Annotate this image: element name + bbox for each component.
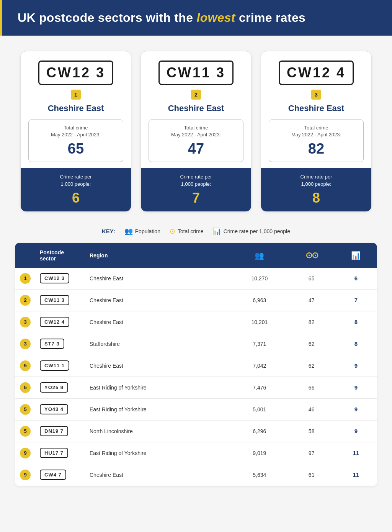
row-crime-rate-3: 8 xyxy=(335,333,377,355)
row-crime-rate-1: 7 xyxy=(335,289,377,311)
card-region-3: Cheshire East xyxy=(288,103,345,113)
total-crime-icon: ⊙ xyxy=(170,227,175,236)
row-crime-rate-9: 11 xyxy=(335,464,377,486)
row-crime-rate-5: 9 xyxy=(335,376,377,398)
row-population-5: 7,476 xyxy=(231,376,288,398)
rank-circle-8: 9 xyxy=(20,448,31,458)
table-row: 5 DN19 7 North Lincolnshire 6,296 58 9 xyxy=(15,420,377,442)
rank-circle-1: 2 xyxy=(20,295,31,306)
postcode-plate-2: CW11 3 xyxy=(158,61,234,85)
row-postcode-4: CW11 1 xyxy=(35,355,85,376)
table-row: 9 CW4 7 Cheshire East 5,634 61 11 xyxy=(15,464,377,486)
postcode-label-6: YO43 4 xyxy=(40,404,68,414)
rank-circle-5: 5 xyxy=(20,382,31,393)
total-crime-header-icon: ⊙⊙ xyxy=(305,250,318,260)
card-3: CW12 4 3 Cheshire East Total crimeMay 20… xyxy=(261,51,372,212)
crime-rate-icon: 📊 xyxy=(213,227,221,236)
rank-circle-2: 3 xyxy=(20,317,31,327)
total-crime-value-3: 82 xyxy=(277,141,356,157)
row-rank-3: 3 xyxy=(15,333,35,355)
postcode-label-8: HU17 7 xyxy=(40,448,68,458)
table-body: 1 CW12 3 Cheshire East 10,270 65 6 2 CW1… xyxy=(15,268,377,486)
row-region-5: East Riding of Yorkshire xyxy=(85,376,231,398)
total-crime-box-2: Total crimeMay 2022 - April 2023: 47 xyxy=(149,119,243,162)
row-rank-7: 5 xyxy=(15,420,35,442)
rank-circle-4: 5 xyxy=(20,360,31,371)
row-population-4: 7,042 xyxy=(231,355,288,376)
key-item-population: 👥 Population xyxy=(124,227,160,236)
crime-rate-box-3: Crime rate per1,000 people: 8 xyxy=(261,168,371,211)
total-crime-box-3: Total crimeMay 2022 - April 2023: 82 xyxy=(269,119,364,162)
crime-rate-value-3: 8 xyxy=(269,190,364,206)
row-rank-9: 9 xyxy=(15,464,35,486)
row-region-9: Cheshire East xyxy=(85,464,231,486)
row-rank-8: 9 xyxy=(15,442,35,464)
header: UK postcode sectors with the lowest crim… xyxy=(0,0,392,36)
row-postcode-2: CW12 4 xyxy=(35,311,85,333)
crime-rate-label-2: Crime rate per1,000 people: xyxy=(149,174,243,187)
row-population-6: 5,001 xyxy=(231,398,288,420)
row-region-7: North Lincolnshire xyxy=(85,420,231,442)
row-population-2: 10,201 xyxy=(231,311,288,333)
postcode-label-1: CW11 3 xyxy=(40,295,69,305)
total-crime-label-1: Total crimeMay 2022 - April 2023: xyxy=(36,124,115,138)
total-crime-value-1: 65 xyxy=(36,141,115,157)
postcode-plate-1: CW12 3 xyxy=(38,61,113,85)
row-population-3: 7,371 xyxy=(231,333,288,355)
crime-rate-header-icon: 📊 xyxy=(351,251,361,260)
key-section: KEY: 👥 Population ⊙ Total crime 📊 Crime … xyxy=(0,219,392,243)
crime-rate-box-2: Crime rate per1,000 people: 7 xyxy=(141,168,251,211)
row-rank-6: 5 xyxy=(15,398,35,420)
key-item-total-crime: ⊙ Total crime xyxy=(170,227,204,236)
row-postcode-6: YO43 4 xyxy=(35,398,85,420)
row-total-crime-1: 47 xyxy=(288,289,335,311)
table-row: 3 CW12 4 Cheshire East 10,201 82 8 xyxy=(15,311,377,333)
th-region: Region xyxy=(85,243,231,268)
key-total-crime-text: Total crime xyxy=(178,228,204,234)
postcode-plate-3: CW12 4 xyxy=(279,61,354,85)
row-total-crime-4: 62 xyxy=(288,355,335,376)
crime-rate-value-2: 7 xyxy=(149,190,243,206)
table-header-row: Postcode sector Region 👥 ⊙⊙ 📊 xyxy=(15,243,377,268)
population-icon: 👥 xyxy=(124,227,133,236)
total-crime-box-1: Total crimeMay 2022 - April 2023: 65 xyxy=(28,119,123,162)
row-population-1: 6,963 xyxy=(231,289,288,311)
table-row: 3 ST7 3 Staffordshire 7,371 62 8 xyxy=(15,333,377,355)
row-region-3: Staffordshire xyxy=(85,333,231,355)
row-postcode-9: CW4 7 xyxy=(35,464,85,486)
row-total-crime-5: 66 xyxy=(288,376,335,398)
row-region-4: Cheshire East xyxy=(85,355,231,376)
title-highlight: lowest xyxy=(196,11,235,25)
postcode-label-4: CW11 1 xyxy=(40,360,69,371)
row-rank-4: 5 xyxy=(15,355,35,376)
table-section: Postcode sector Region 👥 ⊙⊙ 📊 1 CW12 3 C… xyxy=(0,243,392,501)
total-crime-label-2: Total crimeMay 2022 - April 2023: xyxy=(157,124,235,138)
row-region-2: Cheshire East xyxy=(85,311,231,333)
row-rank-0: 1 xyxy=(15,268,35,290)
row-postcode-5: YO25 9 xyxy=(35,376,85,398)
card-region-2: Cheshire East xyxy=(168,103,224,113)
page-title: UK postcode sectors with the lowest crim… xyxy=(18,11,377,25)
row-crime-rate-7: 9 xyxy=(335,420,377,442)
crime-rate-label-3: Crime rate per1,000 people: xyxy=(269,174,364,187)
table-row: 9 HU17 7 East Riding of Yorkshire 9,019 … xyxy=(15,442,377,464)
card-2: CW11 3 2 Cheshire East Total crimeMay 20… xyxy=(140,51,252,212)
row-postcode-3: ST7 3 xyxy=(35,333,85,355)
population-header-icon: 👥 xyxy=(255,251,264,260)
row-total-crime-7: 58 xyxy=(288,420,335,442)
row-total-crime-9: 61 xyxy=(288,464,335,486)
row-population-7: 6,296 xyxy=(231,420,288,442)
row-crime-rate-2: 8 xyxy=(335,311,377,333)
row-population-9: 5,634 xyxy=(231,464,288,486)
th-population: 👥 xyxy=(231,243,288,268)
rank-badge-3: 3 xyxy=(311,90,321,100)
postcode-label-0: CW12 3 xyxy=(40,273,69,283)
crime-rate-value-1: 6 xyxy=(28,190,123,206)
page-wrapper: UK postcode sectors with the lowest crim… xyxy=(0,0,392,532)
table-row: 5 YO43 4 East Riding of Yorkshire 5,001 … xyxy=(15,398,377,420)
row-postcode-0: CW12 3 xyxy=(35,268,85,290)
key-label: KEY: xyxy=(102,228,115,234)
rank-circle-7: 5 xyxy=(20,426,31,437)
row-crime-rate-0: 6 xyxy=(335,268,377,290)
data-table: Postcode sector Region 👥 ⊙⊙ 📊 1 CW12 3 C… xyxy=(15,243,377,486)
